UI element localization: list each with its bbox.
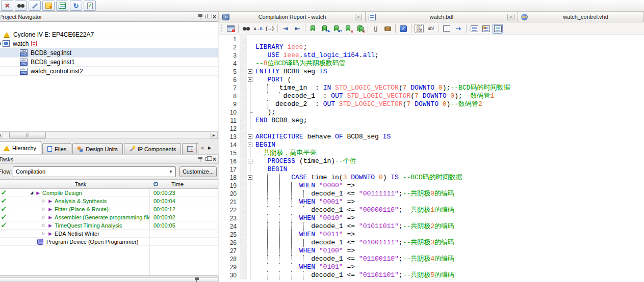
pin-icon[interactable] <box>198 157 202 159</box>
tree-item[interactable]: ◢watch <box>0 39 218 48</box>
code-line[interactable]: 29WHEN "0101" => <box>219 263 644 271</box>
tabs-scroll-left-icon[interactable]: ◀ <box>199 143 205 153</box>
close-icon[interactable]: × <box>213 157 216 162</box>
table-row[interactable]: ✓▷▶Fitter (Place & Route)00:00:12 <box>0 205 218 213</box>
tree-horizontal-scrollbar[interactable]: ◀ ▶ <box>0 131 218 139</box>
table-row[interactable]: ✓▷▶TimeQuest Timing Analysis00:00:05 <box>0 221 218 230</box>
code-line[interactable]: 30decode_1 <= "01101101";--共阴极5的编码 <box>219 271 644 279</box>
edit-pen-button[interactable] <box>29 1 41 11</box>
code-line[interactable]: 2LIBRARY ieee; <box>219 43 644 51</box>
collapsed-panel-bar[interactable] <box>0 277 219 282</box>
fold-toggle-icon[interactable] <box>247 68 254 76</box>
document-tab[interactable]: watch.bdf× <box>366 12 518 22</box>
customize-button[interactable]: Customize... <box>179 166 217 177</box>
code-line[interactable]: 21WHEN "0001" => <box>219 198 644 206</box>
close-icon[interactable]: × <box>213 14 216 19</box>
code-line[interactable]: 25WHEN "0011" => <box>219 231 644 239</box>
code-line[interactable]: 1 <box>219 35 644 43</box>
code-editor[interactable]: 12LIBRARY ieee;3USE ieee.std_logic_1164.… <box>219 35 644 282</box>
new-note-button[interactable] <box>42 1 55 11</box>
prev-bookmark-button[interactable]: ↶ <box>331 24 342 34</box>
document-tab[interactable]: watch_control.vhd <box>518 12 644 22</box>
tree-item[interactable]: abcVHDBCD8_seg:inst1 <box>0 58 218 67</box>
code-line[interactable]: 13ARCHITECTURE behave OF BCD8_seg IS <box>219 133 644 141</box>
pin-icon[interactable] <box>198 14 202 17</box>
analyze-button[interactable]: ✓ <box>398 24 408 34</box>
toolbar-grip[interactable] <box>221 24 222 33</box>
check-document-button[interactable] <box>84 1 96 11</box>
expander-expanded-icon[interactable]: ◢ <box>30 190 33 195</box>
code-line[interactable]: 11END BCD8_seg; <box>219 117 644 125</box>
code-line[interactable]: 16PROCESS (time_in)--个位 <box>219 157 644 165</box>
close-icon[interactable]: × <box>355 14 362 20</box>
scroll-right-icon[interactable]: ▶ <box>210 132 218 138</box>
code-line[interactable]: 20decode_1 <= "00111111";--共阴极0的编码 <box>219 190 644 198</box>
code-line[interactable]: 5ENTITY BCD8_seg IS <box>219 68 644 76</box>
close-icon[interactable]: × <box>507 14 514 20</box>
indent-button[interactable]: ⇥ <box>280 24 291 34</box>
goto-button[interactable]: ⇢ <box>453 24 463 34</box>
code-line[interactable]: 19WHEN "0000" => <box>219 182 644 190</box>
expander-collapsed-icon[interactable]: ▷ <box>42 231 45 236</box>
code-line[interactable]: 18CASE time_in(3 DOWNTO 0) IS --BCD码的时间数… <box>219 174 644 182</box>
code-line[interactable]: 15--共阴极，高电平亮 <box>219 149 644 157</box>
expander-collapsed-icon[interactable]: ▷ <box>42 223 45 228</box>
tabs-scroll-right-icon[interactable]: ▶ <box>207 143 213 153</box>
detach-window-button[interactable] <box>225 24 236 34</box>
expander-collapsed-icon[interactable]: ▷ <box>42 199 45 203</box>
split-window-button[interactable] <box>442 24 452 34</box>
fold-toggle-icon[interactable] <box>247 76 254 84</box>
tab-hierarchy[interactable]: Hierarchy <box>0 141 41 154</box>
clear-all-bookmarks-button[interactable]: × <box>355 24 365 34</box>
code-line[interactable]: 27WHEN "0100" => <box>219 247 644 255</box>
line-counter[interactable]: 267268 <box>414 24 424 34</box>
code-line[interactable]: 26decode_1 <= "01001111";--共阴极3的编码 <box>219 239 644 247</box>
fold-toggle-icon[interactable] <box>247 157 254 165</box>
tree-item[interactable]: abcVHDwatch_control:inst2 <box>0 67 218 76</box>
code-line[interactable]: 17BEGIN <box>219 165 644 174</box>
table-row[interactable]: ▷▶EDA Netlist Writer <box>0 230 218 238</box>
code-line[interactable]: 3USE ieee.std_logic_1164.all; <box>219 51 644 60</box>
fold-toggle-icon[interactable] <box>247 174 254 182</box>
code-line[interactable]: 9decode_2 : OUT STD_LOGIC_VECTOR(7 DOWNT… <box>219 100 644 108</box>
tree-item[interactable]: abcVHDBCD8_seg:inst <box>0 48 218 58</box>
binoculars-button[interactable] <box>15 1 27 11</box>
code-line[interactable]: 24decode_1 <= "01011011";--共阴极2的编码 <box>219 222 644 231</box>
table-row[interactable]: ✓◢▶Compile Design00:00:23 <box>0 189 218 197</box>
table-row[interactable]: ✓▷▶Analysis & Synthesis00:00:04 <box>0 197 218 205</box>
find-button[interactable] <box>241 24 251 34</box>
code-line[interactable]: 12 <box>219 125 644 133</box>
block-indent-button[interactable] <box>481 24 491 34</box>
bookmark-button[interactable] <box>308 24 318 34</box>
expander-collapsed-icon[interactable]: ▷ <box>42 207 45 211</box>
code-line[interactable]: 10); <box>219 108 644 117</box>
document-tab[interactable]: Compilation Report - watch× <box>219 12 366 22</box>
block-select-button[interactable] <box>493 24 503 34</box>
float-icon[interactable] <box>205 157 210 161</box>
fold-toggle-icon[interactable] <box>247 141 254 149</box>
fold-toggle-icon[interactable] <box>247 133 254 141</box>
code-line[interactable]: 22decode_1 <= "00000110";--共阴极1的编码 <box>219 206 644 214</box>
unindent-button[interactable]: ⇤ <box>292 24 302 34</box>
code-line[interactable]: 6PORT ( <box>219 76 644 84</box>
comment-button[interactable]: ab/ <box>426 24 436 34</box>
code-line[interactable]: 23WHEN "0010" => <box>219 214 644 222</box>
attach-button[interactable] <box>371 24 381 34</box>
table-row[interactable]: ✓▷▶Assembler (Generate programming files… <box>0 213 218 221</box>
tree-item-device[interactable]: Cyclone IV E: EP4CE6E22A7 <box>0 30 218 39</box>
report-panel-button[interactable] <box>56 1 68 11</box>
block-view-button[interactable] <box>469 24 479 34</box>
tab-ip-components[interactable]: IP Components <box>124 143 182 154</box>
code-line[interactable]: 28decode_1 <= "01100110";--共阴极4的编码 <box>219 255 644 263</box>
flow-combobox[interactable]: Compilation ▼ <box>13 166 176 177</box>
table-row[interactable]: Program Device (Open Programmer) <box>0 238 218 246</box>
tab-files[interactable]: Files <box>42 143 71 154</box>
code-line[interactable]: 7time_in : IN STD_LOGIC_VECTOR(7 DOWNTO … <box>219 84 644 92</box>
replace-button[interactable]: A→B <box>253 24 263 34</box>
match-brace-button[interactable]: {→} <box>265 24 275 34</box>
scroll-left-icon[interactable]: ◀ <box>0 132 3 138</box>
code-line[interactable]: 8decode_1 : OUT STD_LOGIC_VECTOR(7 DOWNT… <box>219 92 644 100</box>
compass-button[interactable] <box>1 1 13 11</box>
float-icon[interactable] <box>205 15 210 18</box>
tab-design-units[interactable]: Design Units <box>72 143 122 154</box>
